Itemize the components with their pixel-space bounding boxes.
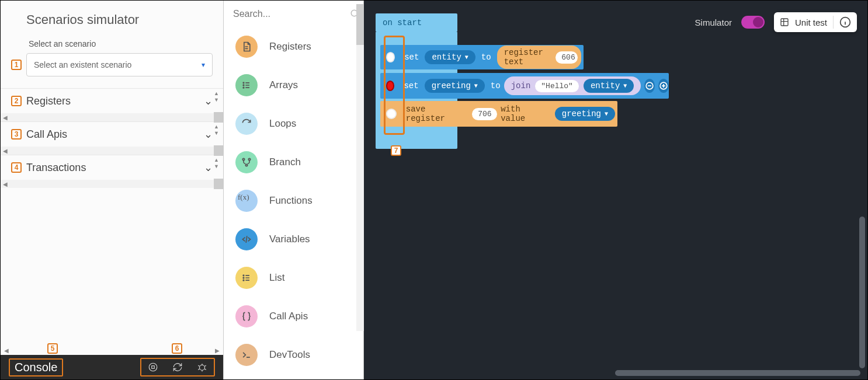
section-transactions-title: Transactions [26,162,199,174]
section-callapis-header[interactable]: 3 Call Apis ⌄ ▲▼ [1,122,223,147]
svg-text:f(x): f(x) [238,193,249,201]
simulator-toggle[interactable] [741,16,765,29]
section-transactions-header[interactable]: 4 Transactions ⌄ ▲▼ [1,155,223,180]
palette-item-functions[interactable]: f(x)Functions [224,182,363,220]
palette-item-registers[interactable]: Registers [224,27,363,66]
annotation-badge-5: 5 [47,343,58,354]
palette-item-label: Branch [269,156,301,168]
palette-item-list[interactable]: List [224,259,363,297]
annotation-badge-4: 4 [11,162,22,173]
unit-test-label[interactable]: Unit test [795,18,827,27]
svg-point-7 [242,158,244,160]
bug-icon[interactable] [196,361,208,373]
palette-item-label: Arrays [269,79,298,91]
palette-item-variables[interactable]: Variables [224,220,363,259]
annotation-badge-6: 6 [172,343,182,354]
annotation-badge-3: 3 [11,129,22,140]
join-expression[interactable]: join "Hello" entity▼ [504,76,641,95]
var-entity-dropdown[interactable]: entity▼ [425,50,475,64]
chevron-down-icon: ⌄ [204,128,213,141]
palette-item-devtools[interactable]: DevTools [224,336,363,374]
panel-title: Scenarios simulator [1,1,223,33]
svg-point-12 [243,277,244,278]
palette-item-call-apis[interactable]: Call Apis [224,297,363,336]
palette-item-label: Functions [269,195,313,207]
block-stack[interactable]: on start 7 set entity▼ to register text … [376,13,457,149]
scenarios-simulator-panel: Scenarios simulator Select an scenario 1… [1,1,224,379]
svg-point-5 [243,85,244,86]
console-label[interactable]: Console [9,358,63,376]
var-greeting-ref-dropdown[interactable]: greeting▼ [555,107,615,121]
info-icon[interactable] [839,16,851,28]
block-set-greeting[interactable]: set greeting▼ to join "Hello" entity▼ [380,73,669,99]
annotation-badge-2: 2 [11,96,22,106]
branch-icon [235,151,258,173]
section-registers-header[interactable]: 2 Registers ⌄ ▲▼ [1,89,223,113]
svg-point-0 [149,363,157,371]
console-bar: Console [1,355,223,379]
register-text-pill[interactable]: register text 606 [497,46,581,69]
chevron-down-icon: ⌄ [204,95,213,107]
svg-point-13 [243,280,244,281]
remove-arg-button[interactable] [644,79,655,93]
braces-icon [235,305,258,327]
section-callapis-title: Call Apis [26,128,199,141]
palette-item-next[interactable]: Next [224,374,363,379]
svg-rect-14 [781,19,788,26]
palette-item-label: Registers [269,41,311,53]
code-icon [235,228,258,250]
svg-point-2 [200,365,205,370]
section-callapis-hscroll[interactable]: ◀▶ [1,147,223,155]
breakpoint-gutter[interactable] [384,36,405,135]
scenario-select[interactable]: Select an existent scenario ▾ [26,53,213,76]
palette-item-loops[interactable]: Loops [224,104,363,143]
workspace-canvas[interactable]: Simulator Unit test on start 7 set entit… [364,1,867,379]
svg-point-4 [243,82,244,83]
left-pane-hscroll[interactable]: ◀ 5 6 ▶ [1,346,223,355]
annotation-badge-7: 7 [391,145,401,156]
console-controls [140,358,215,376]
palette-item-label: Variables [269,233,310,245]
stop-icon[interactable] [147,361,159,373]
save-register-number-input[interactable]: 706 [472,108,497,120]
section-registers-hscroll[interactable]: ◀▶ [1,113,223,121]
chevron-down-icon: ▾ [202,61,205,69]
var-greeting-dropdown[interactable]: greeting▼ [425,79,485,93]
on-start-hat[interactable]: on start [376,13,457,32]
palette-item-branch[interactable]: Branch [224,143,363,182]
block-save-register[interactable]: save register 706 with value greeting▼ [380,101,617,127]
palette-item-label: Call Apis [269,311,308,322]
block-set-entity[interactable]: set entity▼ to register text 606 [380,45,584,69]
list-icon [235,74,258,96]
palette-search-input[interactable] [233,9,350,19]
simulator-label: Simulator [695,18,732,27]
svg-point-8 [248,158,250,160]
section-transactions-hscroll[interactable]: ◀▶ [1,180,223,188]
palette-vscroll[interactable] [356,4,364,331]
canvas-hscroll[interactable] [615,370,860,376]
annotation-badge-1: 1 [11,60,22,70]
svg-point-9 [245,164,247,166]
fx-icon: f(x) [235,190,258,212]
palette-item-arrays[interactable]: Arrays [224,66,363,104]
block-palette: RegistersArraysLoopsBranchf(x)FunctionsV… [224,1,364,379]
var-entity-ref-dropdown[interactable]: entity▼ [584,79,634,93]
add-arg-button[interactable] [658,79,669,93]
refresh-icon[interactable] [172,361,183,373]
unit-test-button-group: Unit test [774,12,857,32]
section-registers-title: Registers [26,95,199,107]
term-icon [235,344,258,366]
join-literal-input[interactable]: "Hello" [535,80,579,92]
chevron-down-icon: ⌄ [204,161,213,174]
list-icon [235,267,258,289]
svg-rect-1 [152,366,155,369]
svg-point-6 [243,87,244,88]
grid-icon[interactable] [780,18,789,27]
scenario-select-placeholder: Select an existent scenario [34,60,131,69]
palette-item-label: List [269,272,284,284]
palette-item-label: DevTools [269,349,310,361]
select-scenario-label: Select an scenario [1,33,223,53]
register-number-input[interactable]: 606 [555,51,578,64]
canvas-vscroll[interactable] [859,217,865,368]
on-start-label: on start [383,18,422,27]
